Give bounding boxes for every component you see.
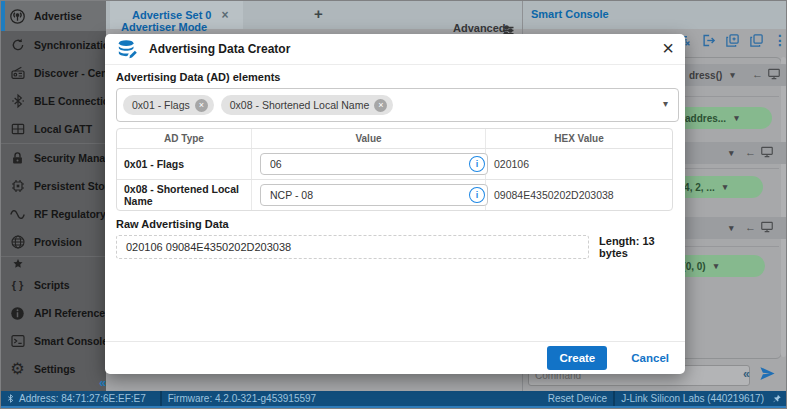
chip-shortened-local-name[interactable]: 0x08 - Shortened Local Name × xyxy=(221,95,394,115)
info-icon[interactable]: i xyxy=(469,156,485,172)
jlink-device-label[interactable]: J-Link Silicon Labs (440219617) xyxy=(621,393,764,404)
flags-value-input[interactable] xyxy=(260,153,488,175)
ad-elements-table: AD Type Value HEX Value 0x01 - Flags i 0… xyxy=(116,128,673,211)
sidebar-collapse-icon[interactable]: « xyxy=(99,375,106,390)
table-row: 0x01 - Flags i 020106 xyxy=(117,149,672,179)
sidebar-item-api-reference[interactable]: API Reference xyxy=(1,299,106,327)
tab-label: Advertise Set 0 xyxy=(132,9,211,21)
dialog-header: Advertising Data Creator × xyxy=(105,34,685,65)
assign-to-device-icon-3[interactable]: ← xyxy=(745,220,774,234)
chip-flags[interactable]: 0x01 - Flags × xyxy=(123,95,214,115)
info-icon[interactable]: i xyxy=(469,187,485,203)
sidebar-item-label: Smart Console xyxy=(34,335,108,347)
status-address: Address: 84:71:27:6E:EF:E7 xyxy=(1,393,146,404)
advertising-data-creator-dialog: Advertising Data Creator × Advertising D… xyxy=(105,34,685,374)
chevron-down-icon[interactable]: ▾ xyxy=(663,98,668,109)
smart-console-title: Smart Console xyxy=(531,8,609,20)
sidebar-item-label: API Reference xyxy=(34,307,105,319)
broadcast-icon xyxy=(9,8,26,25)
info-icon xyxy=(9,305,26,322)
hex-value: 020106 xyxy=(486,158,672,170)
col-header-value: Value xyxy=(252,129,486,148)
more-options-icon[interactable]: ⋮ xyxy=(773,32,787,48)
status-divider xyxy=(160,391,162,406)
chevron-down-icon: ▾ xyxy=(714,261,719,271)
sine-icon xyxy=(9,206,26,223)
star-icon xyxy=(9,256,26,271)
assign-to-device-icon-2[interactable]: ← xyxy=(745,145,774,159)
sync-icon xyxy=(9,37,26,54)
sidebar-item-label: Provision xyxy=(34,236,82,248)
chevron-down-icon: ▾ xyxy=(729,223,734,233)
cancel-button[interactable]: Cancel xyxy=(625,351,675,365)
status-divider xyxy=(613,391,615,406)
add-tab-button[interactable]: + xyxy=(314,5,323,22)
send-icon[interactable] xyxy=(759,365,776,382)
sidebar-item-provision[interactable]: Provision xyxy=(1,228,106,256)
sidebar-item-label: Local GATT xyxy=(34,123,92,135)
copy-add-icon[interactable] xyxy=(725,33,740,48)
chevron-down-icon: ▾ xyxy=(723,182,728,192)
sidebar-item-scripts[interactable]: { } Scripts xyxy=(1,271,106,299)
sidebar-item-discover-central[interactable]: Discover - Central xyxy=(1,59,106,87)
chevron-down-icon: ▾ xyxy=(730,70,735,80)
braces-icon: { } xyxy=(9,277,26,294)
export-log-icon[interactable] xyxy=(701,33,716,48)
col-header-ad-type: AD Type xyxy=(117,129,252,148)
sidebar-item-label: Settings xyxy=(34,363,75,375)
chip-remove-icon[interactable]: × xyxy=(374,99,387,112)
table-header-row: AD Type Value HEX Value xyxy=(117,129,672,149)
terminal-icon xyxy=(9,333,26,350)
dialog-footer: Create Cancel xyxy=(105,341,685,374)
dialog-title: Advertising Data Creator xyxy=(149,42,290,56)
globe-icon xyxy=(9,234,26,251)
tab-close-icon[interactable]: × xyxy=(221,8,228,22)
col-header-hex-value: HEX Value xyxy=(486,129,672,148)
app-window: Advertise Set 0 × + Smart Console Advert… xyxy=(0,0,787,409)
assign-to-device-icon-1[interactable]: ← xyxy=(752,67,781,81)
sidebar: Advertise Synchronization Discover - Cen… xyxy=(1,1,106,391)
bluetooth-icon xyxy=(9,93,26,110)
sidebar-item-ble-connections[interactable]: BLE Connections xyxy=(1,87,106,115)
sidebar-item-partial[interactable] xyxy=(1,256,106,271)
sidebar-item-advertise[interactable]: Advertise xyxy=(1,1,106,31)
advanced-label: Advanced xyxy=(453,22,506,34)
table-row: 0x08 - Shortened Local Name i 09084E4350… xyxy=(117,179,672,210)
hex-value: 09084E4350202D203038 xyxy=(486,189,672,201)
local-name-value-input[interactable] xyxy=(260,184,488,206)
pin-icon[interactable] xyxy=(772,393,782,404)
grid-icon xyxy=(9,121,26,138)
sidebar-item-smart-console[interactable]: Smart Console xyxy=(1,327,106,355)
sidebar-item-synchronization[interactable]: Synchronization xyxy=(1,31,106,59)
chip-remove-icon[interactable]: × xyxy=(195,99,208,112)
collapse-command-icon[interactable]: « xyxy=(743,367,750,381)
chevron-down-icon: ▾ xyxy=(734,113,739,123)
dialog-body: Advertising Data (AD) elements 0x01 - Fl… xyxy=(105,65,685,259)
reset-device-button[interactable]: Reset Device xyxy=(548,393,607,404)
sidebar-item-persistent-storage[interactable]: Persistent Storage xyxy=(1,172,106,200)
sidebar-item-security-manager[interactable]: Security Manager xyxy=(1,143,106,172)
gear-icon: ⚙ xyxy=(9,361,26,378)
sidebar-item-label: Advertise xyxy=(34,10,82,22)
sidebar-item-label: Scripts xyxy=(34,279,70,291)
chevron-down-icon: ▾ xyxy=(729,148,734,158)
lock-icon xyxy=(9,150,26,167)
console-toolbar: ⋮ xyxy=(677,32,787,48)
sidebar-item-rf-regulatory-test[interactable]: RF Regulatory Test xyxy=(1,200,106,228)
sidebar-item-local-gatt[interactable]: Local GATT xyxy=(1,115,106,143)
tab-bar: Advertise Set 0 × + Smart Console xyxy=(106,1,787,29)
console-scrollbar[interactable] xyxy=(781,57,786,357)
copy-icon[interactable] xyxy=(749,33,764,48)
create-button[interactable]: Create xyxy=(547,346,607,370)
close-icon[interactable]: × xyxy=(662,37,674,59)
advertiser-mode-heading: Advertiser Mode xyxy=(121,21,207,33)
raw-advertising-data-value: 020106 09084E4350202D203038 xyxy=(116,235,589,259)
chip-icon xyxy=(9,178,26,195)
sidebar-item-settings[interactable]: ⚙ Settings xyxy=(1,355,106,383)
sidebar-item-label: Synchronization xyxy=(34,39,116,51)
length-label: Length: 13 bytes xyxy=(599,235,685,259)
ad-elements-select[interactable]: 0x01 - Flags × 0x08 - Shortened Local Na… xyxy=(116,88,679,122)
status-firmware: Firmware: 4.2.0-321-g453915597 xyxy=(168,393,316,404)
bluetooth-status-icon xyxy=(6,393,15,404)
data-creator-icon xyxy=(117,38,139,60)
